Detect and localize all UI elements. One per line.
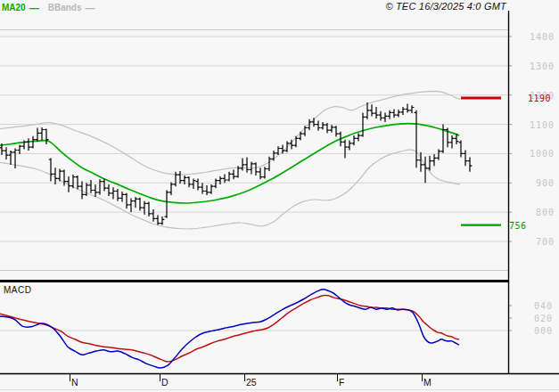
ohlc-bar	[89, 180, 94, 193]
ohlc-bar	[334, 126, 339, 136]
ohlc-bar	[459, 141, 464, 158]
ohlc-bar	[352, 135, 357, 145]
chart-canvas[interactable]	[0, 0, 559, 392]
ohlc-bar	[245, 157, 250, 172]
ohlc-bar	[259, 167, 263, 179]
price-axis-label-1300: 1300	[530, 61, 555, 70]
legend-ma20-label[interactable]: MA20	[2, 3, 26, 12]
ohlc-bar	[299, 132, 303, 141]
ohlc-bar	[178, 171, 183, 184]
macd-axis-label-020: 020	[534, 314, 553, 323]
macd-axis-label-040: 040	[534, 301, 553, 311]
ohlc-bar	[330, 125, 334, 133]
candlestick-series	[0, 102, 472, 225]
ohlc-bar	[267, 157, 272, 171]
month-label-D: D	[161, 377, 169, 388]
price-axis-label-900: 900	[536, 178, 555, 188]
ohlc-bar	[214, 178, 218, 188]
support-level-label: 756	[509, 220, 527, 230]
ohlc-bar	[423, 157, 428, 184]
bollinger-upper-band-line	[0, 91, 460, 175]
month-label-N: N	[71, 377, 78, 388]
legend-bbands-swatch: —	[85, 4, 95, 12]
ohlc-bar	[388, 110, 392, 119]
legend-ma20-swatch: —	[29, 4, 39, 12]
ohlc-bar	[94, 184, 98, 197]
ohlc-bar	[210, 184, 214, 194]
ohlc-bar	[312, 118, 316, 127]
ohlc-bar	[383, 112, 388, 121]
price-axis-label-700: 700	[536, 237, 555, 247]
ohlc-bar	[223, 174, 227, 183]
ohlc-bar	[357, 133, 361, 141]
ohlc-bar	[192, 178, 196, 189]
ohlc-bar	[205, 185, 210, 195]
ohlc-bar	[294, 136, 299, 148]
ohlc-bar	[464, 151, 468, 167]
ohlc-bar	[111, 187, 116, 199]
ohlc-bar	[107, 184, 111, 196]
month-label-25: 25	[246, 377, 257, 388]
ohlc-bar	[152, 209, 156, 222]
ohlc-bar	[348, 141, 352, 151]
ohlc-bar	[272, 151, 276, 161]
ohlc-bar	[138, 198, 143, 211]
ohlc-bar	[263, 167, 267, 178]
ohlc-bar	[49, 158, 53, 181]
ohlc-bar	[85, 183, 89, 196]
ohlc-bar	[437, 150, 441, 160]
ohlc-bar	[450, 135, 455, 148]
ohlc-bar	[116, 189, 120, 201]
ohlc-bar	[9, 151, 13, 165]
ohlc-bar	[125, 193, 129, 208]
ohlc-bar	[428, 156, 432, 170]
price-axis-label-800: 800	[536, 208, 555, 217]
ohlc-bar	[415, 110, 419, 167]
legend-bbands-label[interactable]: BBands	[48, 3, 82, 12]
price-axis-label-1400: 1400	[530, 32, 555, 42]
copyright-timestamp: © TEC 16/3/2025 4:0 GMT	[385, 1, 506, 12]
ohlc-bar	[31, 136, 36, 149]
ohlc-bar	[169, 183, 174, 196]
month-label-F: F	[339, 377, 344, 388]
ohlc-bar	[36, 128, 40, 143]
ohlc-bar	[45, 129, 49, 144]
ohlc-bar	[285, 142, 290, 152]
ohlc-bar	[227, 172, 232, 182]
ohlc-bar	[410, 105, 415, 113]
ohlc-bar	[71, 175, 76, 188]
ohlc-bar	[468, 157, 473, 171]
macd-signal-line	[0, 296, 459, 362]
price-axis-label-1000: 1000	[530, 149, 555, 159]
ohlc-bar	[156, 215, 160, 225]
ohlc-bar	[27, 138, 31, 151]
ohlc-bar	[147, 202, 152, 217]
ohlc-bar	[254, 162, 259, 176]
ohlc-bar	[406, 104, 410, 113]
price-axis-label-1100: 1100	[530, 119, 555, 129]
ohlc-bar	[201, 183, 205, 194]
ohlc-bar	[187, 176, 192, 187]
ohlc-bar	[134, 197, 138, 208]
ohlc-bar	[374, 107, 379, 118]
indicator-legend: MA20 — BBands —	[2, 2, 95, 13]
ohlc-bar	[303, 126, 308, 136]
ohlc-bar	[98, 179, 103, 194]
ohlc-bar	[397, 110, 401, 117]
ohlc-bar	[196, 178, 201, 190]
macd-panel-title: MACD	[4, 285, 31, 295]
ohlc-bar	[432, 154, 437, 166]
ohlc-bar	[370, 104, 374, 116]
ohlc-bar	[343, 140, 348, 159]
ohlc-bar	[241, 158, 245, 170]
ohlc-bar	[40, 127, 45, 141]
ohlc-bar	[321, 122, 325, 130]
ohlc-bar	[316, 121, 321, 131]
macd-line	[0, 290, 459, 368]
ohlc-bar	[392, 110, 397, 118]
ohlc-bar	[120, 192, 125, 202]
ohlc-bar	[18, 145, 22, 155]
ohlc-bar	[165, 191, 169, 218]
ohlc-bar	[232, 170, 236, 180]
month-label-M: M	[423, 377, 432, 388]
